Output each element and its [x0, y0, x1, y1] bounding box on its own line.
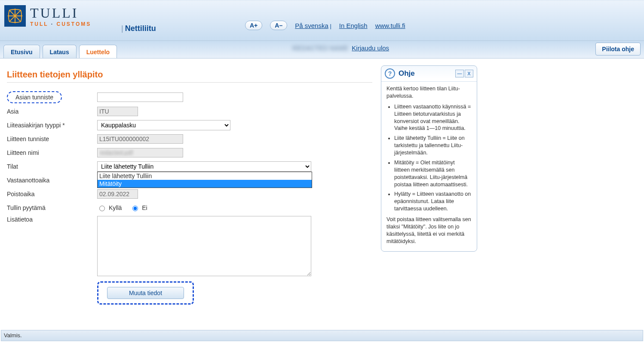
help-item: Liite lähetetty Tulliin = Liite on tarki…: [394, 135, 472, 157]
zoom-in-button[interactable]: A+: [245, 21, 262, 30]
help-title: Ohje: [399, 69, 455, 78]
label-tilat: Tilat: [7, 163, 97, 170]
asian-tunniste-input[interactable]: [97, 92, 183, 102]
main-form: Liitteen tietojen ylläpito Asian tunnist…: [7, 63, 372, 305]
user-name: REDACTED NAME: [292, 44, 348, 52]
radio-ei[interactable]: [132, 206, 138, 211]
liite-nimi-field: [97, 148, 183, 157]
asia-field: [97, 107, 138, 116]
label-pyytama: Tullin pyytämä: [7, 204, 97, 211]
tyyppi-select[interactable]: Kauppalasku: [97, 120, 230, 130]
brand-sub: TULL · CUSTOMS: [30, 21, 91, 27]
tab-lataus[interactable]: Lataus: [43, 45, 77, 58]
muuta-tiedot-button[interactable]: Muuta tiedot: [107, 287, 184, 299]
tilat-option-1[interactable]: Mitätöity: [98, 180, 312, 188]
help-item: Liitteen vastaanotto käynnissä = Liittee…: [394, 103, 472, 132]
tilat-dropdown: Liite lähetetty Tulliin Mitätöity: [97, 172, 312, 188]
liite-tunniste-field: [97, 134, 183, 144]
label-asian-tunniste: Asian tunniste: [7, 91, 62, 103]
page-title: Liitteen tietojen ylläpito: [7, 70, 372, 80]
label-asia: Asia: [7, 108, 97, 115]
lisatietoa-textarea[interactable]: [97, 216, 311, 276]
label-liite-tunniste: Liitteen tunniste: [7, 136, 97, 142]
label-poistoaika: Poistoaika: [7, 191, 97, 197]
logout-link[interactable]: Kirjaudu ulos: [352, 44, 389, 52]
radio-kylla-label: Kyllä: [109, 204, 122, 211]
tab-etusivu[interactable]: Etusivu: [3, 45, 40, 58]
help-minimize-button[interactable]: —: [455, 70, 464, 77]
site-link[interactable]: www.tulli.fi: [375, 22, 405, 29]
logo: TULLI TULL · CUSTOMS: [4, 5, 91, 27]
label-vastaanottoaika: Vastaanottoaika: [7, 177, 97, 184]
user-area: REDACTED NAME Kirjaudu ulos: [292, 44, 389, 52]
app-name: |Nettiliitu: [121, 24, 156, 33]
help-item: Hylätty = Liitteen vastaanotto on epäonn…: [394, 191, 472, 213]
tilat-select[interactable]: Liite lähetetty Tulliin: [97, 161, 311, 172]
hide-help-button[interactable]: Piilota ohje: [595, 43, 641, 55]
radio-ei-label: Ei: [142, 204, 147, 211]
help-close-button[interactable]: X: [465, 70, 473, 77]
header: TULLI TULL · CUSTOMS |Nettiliitu A+ A– P…: [0, 2, 644, 41]
logo-icon: [4, 5, 26, 27]
status-bar: Valmis.: [1, 330, 643, 341]
brand-main: TULLI: [30, 5, 91, 21]
help-icon: ?: [385, 68, 395, 79]
lang-english-link[interactable]: In English: [339, 22, 368, 29]
zoom-out-button[interactable]: A–: [270, 21, 287, 30]
radio-kylla[interactable]: [99, 206, 105, 211]
help-intro: Kenttä kertoo liitteen tilan Liitu-palve…: [386, 85, 472, 100]
tab-bar: Etusivu Lataus Luettelo REDACTED NAME Ki…: [0, 41, 644, 59]
tilat-option-0[interactable]: Liite lähetetty Tulliin: [98, 172, 312, 180]
help-outro: Voit poistaa liitteen valitsemalla sen t…: [386, 216, 472, 245]
label-liite-nimi: Liitteen nimi: [7, 149, 97, 156]
label-lisatietoa: Lisätietoa: [7, 216, 97, 223]
lang-svenska-link[interactable]: På svenska: [295, 22, 328, 29]
poistoaika-field: [97, 189, 138, 199]
help-item: Mitätöity = Olet mitätöinyt liitteen mer…: [394, 159, 472, 188]
help-panel: ? Ohje — X Kenttä kertoo liitteen tilan …: [381, 65, 477, 252]
label-tyyppi: Liiteasiakirjan tyyppi *: [7, 122, 97, 129]
tab-luettelo[interactable]: Luettelo: [79, 45, 117, 58]
